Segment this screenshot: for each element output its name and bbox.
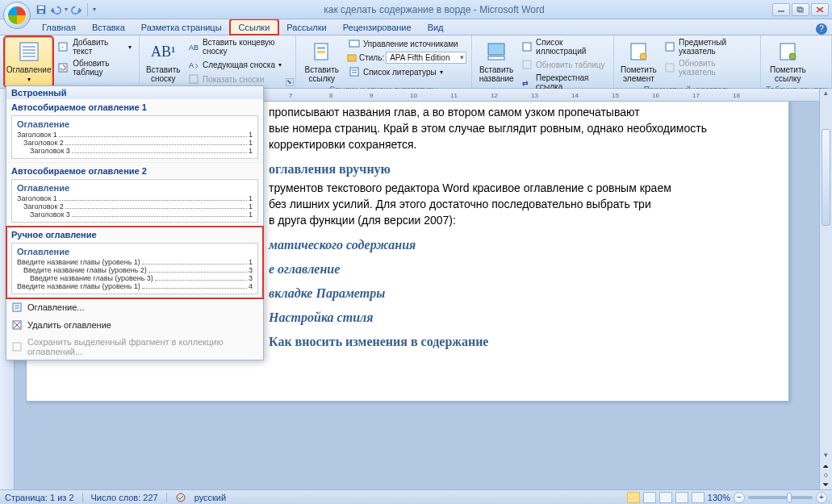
prev-page-icon[interactable]: ⏶	[820, 462, 832, 471]
tab-mailings[interactable]: Рассылки	[278, 20, 334, 35]
zoom-slider[interactable]	[748, 496, 813, 499]
body-text: корректировки сохраняется.	[269, 136, 756, 152]
proofing-icon[interactable]	[175, 492, 186, 503]
scroll-thumb[interactable]	[822, 129, 830, 226]
svg-text:A: A	[189, 61, 194, 69]
save-icon[interactable]	[36, 4, 47, 15]
svg-rect-23	[348, 55, 356, 61]
footnote-icon: AB¹	[151, 40, 175, 64]
vertical-scrollbar[interactable]: ▴ ▾ ⏶ ○ ⏷	[819, 89, 832, 489]
group-authorities: Пометить ссылку Таблица ссылок	[761, 35, 832, 88]
svg-rect-28	[488, 56, 504, 60]
body-text: прописывают названия глав, а во втором с…	[269, 104, 756, 120]
scroll-up-icon[interactable]: ▴	[820, 89, 832, 100]
maximize-button[interactable]	[792, 3, 809, 16]
svg-rect-34	[666, 43, 674, 51]
toc-remove-menuitem[interactable]: Удалить оглавление	[6, 316, 263, 334]
status-page[interactable]: Страница: 1 из 2	[5, 493, 74, 502]
minimize-button[interactable]	[772, 3, 790, 16]
undo-dropdown-icon[interactable]: ▾	[65, 6, 68, 13]
citation-style-value[interactable]: APA Fifth Edition	[386, 52, 466, 64]
insert-index-button[interactable]: Предметный указатель	[662, 37, 755, 56]
bibliography-button[interactable]: Список литературы ▾	[346, 65, 466, 78]
tab-view[interactable]: Вид	[420, 20, 452, 35]
tab-home[interactable]: Главная	[34, 20, 84, 35]
zoom-level[interactable]: 130%	[708, 493, 730, 502]
next-page-icon[interactable]: ⏷	[820, 481, 832, 489]
table-of-figures-button[interactable]: Список иллюстраций	[519, 37, 608, 56]
zoom-out-button[interactable]: −	[734, 492, 745, 503]
heading: матического содержания	[269, 238, 756, 252]
view-full-screen-button[interactable]	[643, 492, 656, 503]
office-button[interactable]	[3, 2, 31, 29]
title-bar: ▾ ▾ как сделать содержание в ворде - Mic…	[0, 0, 832, 19]
cross-ref-icon: ⇄	[521, 77, 533, 88]
help-icon[interactable]: ?	[816, 23, 827, 35]
svg-rect-20	[317, 47, 325, 49]
zoom-in-button[interactable]: +	[816, 492, 827, 503]
undo-icon[interactable]	[50, 4, 61, 15]
view-draft-button[interactable]	[692, 492, 704, 503]
update-index-button[interactable]: Обновить указатель	[662, 58, 755, 77]
toc-insert-menuitem[interactable]: Оглавление...	[6, 298, 263, 316]
figures-icon	[521, 41, 533, 52]
tab-insert[interactable]: Вставка	[84, 20, 133, 35]
style-icon	[346, 52, 357, 64]
toc-save-menuitem: Сохранить выделенный фрагмент в коллекци…	[6, 334, 263, 360]
select-browse-icon[interactable]: ○	[820, 471, 832, 480]
toc-section-builtin: Встроенный	[6, 86, 263, 99]
insert-footnote-button[interactable]: AB¹ Вставить сноску	[144, 37, 182, 85]
svg-rect-35	[666, 64, 674, 72]
insert-endnote-button[interactable]: ABВставить концевую сноску	[186, 37, 291, 56]
close-button[interactable]	[811, 3, 829, 16]
tab-review[interactable]: Рецензирование	[335, 20, 420, 35]
mark-citation-button[interactable]: Пометить ссылку	[766, 37, 810, 85]
svg-rect-29	[523, 43, 531, 51]
heading: е оглавление	[269, 262, 756, 277]
next-footnote-button[interactable]: AСледующая сноска ▾	[186, 58, 291, 71]
insert-citation-button[interactable]: Вставить ссылку	[301, 37, 343, 85]
svg-point-37	[789, 53, 796, 60]
update-icon	[58, 62, 69, 73]
show-footnotes-button[interactable]: Показать сноски	[186, 73, 291, 85]
heading: вкладке Параметры	[269, 286, 756, 301]
manage-sources-button[interactable]: Управление источниками	[346, 37, 466, 50]
quick-access-toolbar: ▾ ▾	[36, 3, 96, 16]
update-figures-button[interactable]: Обновить таблицу	[519, 58, 608, 71]
view-outline-button[interactable]	[675, 492, 688, 503]
svg-rect-21	[317, 51, 325, 53]
mark-citation-icon	[776, 40, 800, 64]
toc-manual-item[interactable]: Ручное оглавление Оглавление Введите наз…	[6, 227, 263, 298]
svg-rect-18	[190, 75, 198, 83]
window-title: как сделать содержание в ворде - Microso…	[96, 4, 772, 15]
toc-button-label: Оглавление	[6, 65, 52, 74]
status-word-count[interactable]: Число слов: 227	[91, 493, 158, 502]
chevron-down-icon: ▾	[128, 44, 132, 51]
add-text-button[interactable]: +Добавить текст ▾	[56, 37, 133, 56]
footnotes-dialog-launcher[interactable]: ⬊	[286, 78, 294, 86]
view-print-layout-button[interactable]	[627, 492, 640, 503]
body-text: вые номера страниц. Край в этом случае в…	[269, 120, 756, 136]
scroll-down-icon[interactable]: ▾	[820, 451, 832, 462]
status-language[interactable]: русский	[194, 493, 226, 502]
toc-button[interactable]: Оглавление▾	[5, 37, 52, 86]
zoom-slider-knob[interactable]	[787, 493, 792, 502]
redo-icon[interactable]	[71, 4, 82, 15]
toc-auto2-item[interactable]: Автособираемое оглавление 2 Оглавление З…	[6, 163, 263, 227]
update-index-icon	[664, 62, 675, 73]
citation-style-combo[interactable]: Стиль:APA Fifth Edition	[346, 52, 466, 64]
mark-index-entry-button[interactable]: Пометить элемент	[619, 37, 659, 85]
toc-auto1-item[interactable]: Автособираемое оглавление 1 Оглавление З…	[6, 99, 263, 163]
group-toc: Оглавление▾ +Добавить текст ▾ Обновить т…	[0, 35, 140, 88]
show-notes-icon	[188, 73, 199, 85]
svg-rect-44	[13, 343, 21, 351]
view-web-layout-button[interactable]	[659, 492, 672, 503]
tab-page-layout[interactable]: Разметка страницы	[133, 20, 230, 35]
heading: Как вносить изменения в содержание	[269, 335, 756, 349]
tab-references[interactable]: Ссылки	[230, 19, 279, 35]
svg-rect-30	[523, 60, 531, 69]
update-toc-button[interactable]: Обновить таблицу	[56, 58, 133, 77]
office-logo-icon	[8, 6, 26, 24]
insert-caption-button[interactable]: Вставить название	[477, 37, 516, 85]
ribbon-tabs: Главная Вставка Разметка страницы Ссылки…	[0, 19, 832, 35]
